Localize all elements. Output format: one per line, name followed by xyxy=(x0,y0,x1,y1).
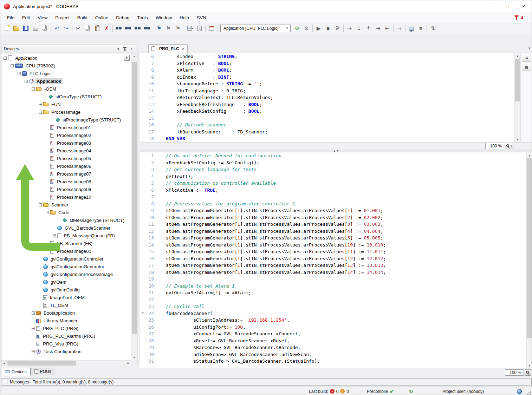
logout-button[interactable]: ⚙ xyxy=(302,24,311,33)
menu-file[interactable]: File xyxy=(3,13,18,22)
cut-button[interactable]: ✂ xyxy=(73,24,83,33)
scroll-down-icon[interactable]: ▼ xyxy=(131,355,137,360)
code-line[interactable]: fbrTrigLanguage : R_TRIG; xyxy=(157,87,246,94)
menu-window[interactable]: Window xyxy=(152,13,176,22)
devices-horizontal-scrollbar[interactable]: ◄ ► xyxy=(1,360,131,366)
implementation-editor[interactable]: 1// Do not delete. Needed for configurat… xyxy=(140,152,532,368)
scroll-thumb[interactable] xyxy=(515,59,520,101)
tree-item-processimage[interactable]: -ProcessImage xyxy=(1,108,131,116)
code-line[interactable]: stOem.astProgramGenerator[1].stIN.stProc… xyxy=(157,255,386,262)
tree-item-fb-scanner-fb[interactable]: -FB_Scanner (FB) xyxy=(1,239,131,247)
expander-plus-icon[interactable]: + xyxy=(39,103,42,106)
expander-minus-icon[interactable]: - xyxy=(11,64,14,67)
code-line[interactable]: xAlarm : BOOL; xyxy=(157,67,232,74)
find-button[interactable] xyxy=(114,24,123,33)
expander-minus-icon[interactable]: - xyxy=(39,111,42,114)
tree-item-processimage06[interactable]: -ProcessImage06 xyxy=(1,162,131,170)
find-replace-button[interactable] xyxy=(123,24,133,33)
splitter-up-icon[interactable]: ▲ xyxy=(333,150,336,152)
undo-button[interactable]: ↶ xyxy=(52,24,61,33)
scroll-track[interactable] xyxy=(131,59,137,355)
tab-list-dropdown-icon[interactable]: ▾ xyxy=(528,46,530,50)
tree-item-gvloemconfig[interactable]: -gvlOemConfig xyxy=(1,286,131,294)
scroll-track[interactable] xyxy=(527,158,532,363)
scroll-right-icon[interactable]: ► xyxy=(125,361,131,366)
next-bookmark-button[interactable]: ⚑ xyxy=(173,24,183,33)
code-line[interactable]: // Example to set Alarm 1 xyxy=(157,283,235,290)
editor-splitter[interactable]: ▲▼ xyxy=(140,149,532,152)
notification-count[interactable]: 4 xyxy=(521,15,523,20)
open-project-button[interactable] xyxy=(12,24,21,33)
tree-item-plc-logic[interactable]: -PLC Logic xyxy=(1,70,131,77)
tabular-view-button[interactable]: ▦ xyxy=(522,63,531,71)
start-button[interactable]: ▶ xyxy=(314,24,323,33)
tree-item-gvlconfigurationprocessimage[interactable]: -gvlConfigurationProcessImage xyxy=(1,270,131,278)
implementation-zoom-level[interactable]: 100 % xyxy=(505,369,524,376)
tree-item-task-configuration[interactable]: +Task Configuration xyxy=(1,348,131,355)
expander-plus-icon[interactable]: + xyxy=(32,350,35,353)
paste-button[interactable] xyxy=(92,24,102,33)
tree-item-processimage02[interactable]: -ProcessImage02 xyxy=(1,131,131,139)
tab-close-icon[interactable]: × xyxy=(182,46,184,51)
stop-button[interactable]: ■ xyxy=(323,24,333,33)
code-line[interactable]: eReturnValueText: TLU.ReturnValues; xyxy=(157,94,273,101)
menu-svn[interactable]: SVN xyxy=(193,13,210,22)
panel-menu-icon[interactable]: ▾ xyxy=(115,46,121,52)
tree-item-stprocimagetype-struct[interactable]: -stProcImageType (STRUCT) xyxy=(1,116,131,124)
tree-item-processimage10[interactable]: -ProcessImage10 xyxy=(1,193,131,201)
expander-minus-icon[interactable]: - xyxy=(18,72,21,75)
code-line[interactable]: udiNewScan=> GVL_BarcodeScanner.udiNewSc… xyxy=(157,351,312,358)
export-button[interactable] xyxy=(195,24,204,33)
menu-view[interactable]: View xyxy=(34,13,51,22)
tree-item-gvlconfigurationgenerator[interactable]: -gvlConfigurationGenerator xyxy=(1,263,131,270)
delete-button[interactable]: ✗ xyxy=(102,24,111,33)
code-line[interactable]: stOem.astProgramGenerator[1].stIN.stProc… xyxy=(157,248,386,255)
code-line[interactable]: gvlOem.axSetAlarm[1] := xAlarm; xyxy=(157,289,251,296)
save-project-button[interactable] xyxy=(21,24,31,33)
update-device-button[interactable] xyxy=(207,24,216,33)
code-line[interactable]: sIndex : STRING; xyxy=(157,53,238,60)
tree-item-processimage07[interactable]: -ProcessImage07 xyxy=(1,170,131,178)
application-combo[interactable]: Application [CPU: PLC Logic]▼ xyxy=(220,25,291,32)
code-line[interactable]: stOem.astProgramGenerator[1].stIN.stProc… xyxy=(157,214,383,221)
code-line[interactable]: // Barcode scanner xyxy=(157,121,226,129)
code-line[interactable]: xFeedbackSetConfig : BOOL; xyxy=(157,108,262,115)
panel-close-icon[interactable]: × xyxy=(129,46,135,52)
page-setup-button[interactable] xyxy=(40,24,50,33)
code-line[interactable]: sBarcode=> GVL_BarcodeScanner.sBarcode, xyxy=(157,344,301,351)
fold-collapse-icon[interactable]: - xyxy=(141,312,144,315)
code-line[interactable]: // communication to controller available xyxy=(157,180,276,187)
chevron-down-icon[interactable]: ▾ xyxy=(192,27,193,30)
bookmark-toggle-button[interactable]: ⚑ xyxy=(154,24,164,33)
run-to-cursor-button[interactable]: ⇥ xyxy=(373,24,383,33)
code-line[interactable]: stOem.astProgramGenerator[1].stIN.stProc… xyxy=(157,262,386,269)
code-line[interactable]: stOem.astProgramGenerator[1].stIN.stProc… xyxy=(157,269,386,276)
tree-item-imagepool-oem[interactable]: -ImagePool_OEM xyxy=(1,294,131,301)
tree-item-fb-messagequeue-fb[interactable]: +FB_MessageQueue (FB) xyxy=(1,232,131,239)
tree-item-prg-plc-alarms-prg[interactable]: -PRG_PLC_Alarms (PRG) xyxy=(1,332,131,340)
scroll-track[interactable] xyxy=(7,361,125,366)
tree-item-processimage01[interactable]: -ProcessImage01 xyxy=(1,124,131,131)
new-project-button[interactable] xyxy=(2,24,12,33)
login-button[interactable]: ⚙ xyxy=(292,24,302,33)
code-line[interactable]: stOem.astProgramGenerator[1].stIN.stProc… xyxy=(157,242,386,249)
declaration-scrollbar[interactable]: ▲ ▼ xyxy=(514,53,520,142)
tree-item-tl-oem[interactable]: -TL_OEM xyxy=(1,301,131,309)
notifications-funnel-icon[interactable] xyxy=(514,15,519,20)
pin-icon[interactable] xyxy=(122,46,128,52)
expander-minus-icon[interactable]: - xyxy=(25,80,28,83)
tree-item-prg-visu-prg[interactable]: -PRG_Visu (PRG) xyxy=(1,340,131,348)
breakpoint-settings-button[interactable] xyxy=(333,24,342,33)
expander-minus-icon[interactable]: - xyxy=(46,211,49,214)
code-line[interactable]: stOem.astProgramGenerator[1].stIN.stProc… xyxy=(157,207,383,214)
scroll-thumb[interactable] xyxy=(132,62,137,334)
menu-edit[interactable]: Edit xyxy=(18,13,34,22)
code-line[interactable]: uiConfigPort:= 100, xyxy=(157,324,246,331)
code-line[interactable]: xReset:= GVL_BarcodeScanner.xReset, xyxy=(157,337,290,344)
tree-item-library-manager[interactable]: -Library Manager xyxy=(1,317,131,324)
devices-vertical-scrollbar[interactable]: ▲ ▼ xyxy=(131,53,137,360)
menu-online[interactable]: Online xyxy=(91,13,112,22)
code-line[interactable]: fbBarcodeScanner( xyxy=(157,310,213,317)
step-into-button[interactable]: ⇣ xyxy=(354,24,364,33)
device-combo-dropdown-icon[interactable]: ▼ xyxy=(124,55,130,61)
